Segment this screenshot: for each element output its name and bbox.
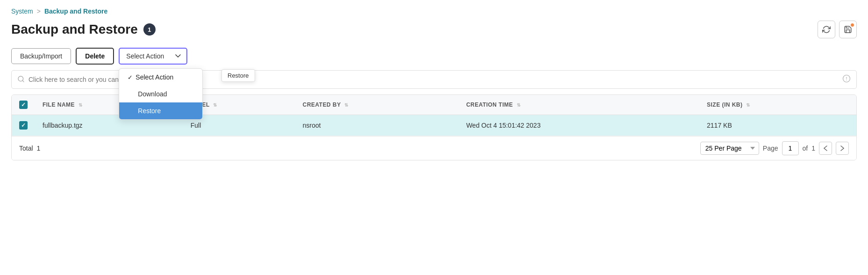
row-checkbox-cell: ✓: [12, 115, 35, 136]
total-count: Total 1: [19, 145, 40, 152]
header-actions: [818, 21, 857, 38]
restore-tooltip: Restore: [221, 69, 255, 82]
header-checkbox-cell: ✓: [12, 95, 35, 115]
col-header-created-by: CREATED BY ⇅: [295, 95, 459, 115]
checkmark-icon: ✓: [128, 74, 133, 81]
page-number-input[interactable]: 1: [782, 141, 799, 155]
select-action-label: Select Action: [126, 52, 164, 60]
backup-import-button[interactable]: Backup/Import: [11, 48, 71, 64]
toolbar: Backup/Import Delete Select Action ✓ Sel…: [11, 48, 857, 65]
breadcrumb-current: Backup and Restore: [44, 7, 107, 15]
page-title-group: Backup and Restore 1: [11, 22, 156, 37]
sort-icon-level[interactable]: ⇅: [213, 102, 217, 108]
next-page-button[interactable]: [836, 142, 849, 155]
sort-icon-filename[interactable]: ⇅: [78, 102, 82, 108]
row-checkbox[interactable]: ✓: [19, 121, 28, 130]
action-dropdown-menu: ✓ Select Action Download Restore: [119, 68, 203, 120]
header-check-icon: ✓: [21, 101, 26, 108]
page-label: Page: [763, 145, 778, 152]
dropdown-item-download[interactable]: Download: [119, 86, 202, 102]
cell-created-by: nsroot: [295, 115, 459, 136]
dropdown-item-restore[interactable]: Restore: [119, 102, 202, 119]
cell-creation-time: Wed Oct 4 15:01:42 2023: [459, 115, 699, 136]
dropdown-restore-label: Restore: [138, 107, 161, 115]
breadcrumb: System > Backup and Restore: [11, 7, 857, 15]
delete-button[interactable]: Delete: [76, 48, 114, 65]
chevron-right-icon: [840, 145, 844, 151]
of-label: of: [803, 145, 808, 152]
sort-icon-creation-time[interactable]: ⇅: [517, 102, 520, 108]
dropdown-download-label: Download: [138, 90, 167, 98]
refresh-button[interactable]: [818, 21, 835, 38]
page-title: Backup and Restore: [11, 22, 138, 37]
info-icon[interactable]: [842, 74, 851, 85]
save-button[interactable]: [839, 21, 857, 38]
total-pages: 1: [811, 145, 815, 152]
pagination-controls: 25 Per Page 10 Per Page 50 Per Page 100 …: [700, 141, 849, 155]
select-action-wrapper: Select Action ✓ Select Action Download R…: [119, 48, 187, 65]
dropdown-item-select-action[interactable]: ✓ Select Action: [119, 69, 202, 86]
chevron-down-icon: [175, 54, 181, 58]
header-checkbox[interactable]: ✓: [19, 101, 28, 109]
total-number: 1: [36, 145, 40, 152]
dropdown-item-label: Select Action: [135, 73, 173, 81]
breadcrumb-parent[interactable]: System: [11, 7, 33, 15]
refresh-icon: [822, 25, 831, 34]
notification-dot: [850, 23, 854, 27]
table-footer: Total 1 25 Per Page 10 Per Page 50 Per P…: [12, 136, 856, 160]
col-header-size: SIZE (IN KB) ⇅: [699, 95, 856, 115]
sort-icon-size[interactable]: ⇅: [746, 102, 750, 108]
page-header: Backup and Restore 1: [11, 21, 857, 38]
svg-line-1: [22, 80, 24, 82]
chevron-left-icon: [824, 145, 827, 151]
col-header-creation-time: CREATION TIME ⇅: [459, 95, 699, 115]
select-action-button[interactable]: Select Action: [119, 48, 187, 65]
row-check-icon: ✓: [21, 122, 26, 129]
cell-size: 2117 KB: [699, 115, 856, 136]
prev-page-button[interactable]: [819, 142, 832, 155]
breadcrumb-separator: >: [37, 7, 41, 15]
sort-icon-created-by[interactable]: ⇅: [344, 102, 348, 108]
per-page-select[interactable]: 25 Per Page 10 Per Page 50 Per Page 100 …: [700, 142, 759, 155]
search-icon: [17, 75, 25, 84]
record-count-badge: 1: [143, 23, 156, 36]
